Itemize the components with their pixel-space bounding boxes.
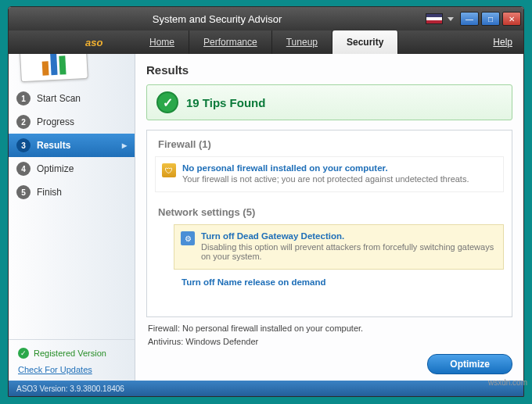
results-scroll-area[interactable]: Firewall (1) 🛡 No personal firewall inst…: [146, 130, 512, 317]
sidebar: 1 Start Scan 2 Progress 3 Results 4 Opti…: [9, 54, 135, 381]
status-antivirus: Antivirus: Windows Defender: [148, 335, 511, 349]
tips-found-banner: ✓ 19 Tips Found: [146, 84, 512, 120]
version-label: ASO3 Version: 3.9.3800.18406: [16, 384, 124, 393]
result-item-desc: Your firewall is not active; you are not…: [182, 174, 495, 184]
step-number-icon: 4: [16, 162, 31, 176]
tab-tuneup[interactable]: Tuneup: [272, 30, 332, 54]
result-item-firewall[interactable]: 🛡 No personal firewall installed on your…: [155, 156, 504, 192]
registered-status: ✓ Registered Version: [18, 348, 125, 359]
language-flag-icon[interactable]: [426, 13, 443, 24]
step-results[interactable]: 3 Results: [9, 134, 135, 157]
body: 1 Start Scan 2 Progress 3 Results 4 Opti…: [9, 54, 523, 381]
shield-icon: 🛡: [162, 163, 176, 177]
section-firewall-header: Firewall (1): [147, 130, 512, 156]
app-logo-icon: [18, 54, 88, 82]
step-number-icon: 2: [16, 115, 31, 129]
step-number-icon: 5: [16, 185, 31, 199]
statusbar: ASO3 Version: 3.9.3800.18406: [9, 381, 523, 396]
result-item-truncated[interactable]: Turn off Name release on demand: [147, 276, 512, 287]
success-check-icon: ✓: [156, 91, 178, 113]
status-summary: Firewall: No personal firewall installed…: [146, 317, 512, 351]
step-number-icon: 1: [16, 91, 31, 105]
tips-found-text: 19 Tips Found: [186, 96, 265, 109]
step-start-scan[interactable]: 1 Start Scan: [9, 87, 135, 110]
window-title: System and Security Advisor: [9, 13, 426, 25]
step-label: Finish: [37, 187, 62, 198]
main-content: Results ✓ 19 Tips Found Firewall (1) 🛡 N…: [135, 54, 523, 381]
app-window: System and Security Advisor — □ ✕ aso Ho…: [8, 6, 524, 397]
step-label: Progress: [37, 116, 74, 127]
step-label: Results: [37, 140, 70, 151]
step-finish[interactable]: 5 Finish: [9, 181, 135, 204]
result-item-title: No personal firewall installed on your c…: [182, 163, 495, 173]
close-button[interactable]: ✕: [502, 12, 521, 26]
result-item-network-gateway[interactable]: ⚙ Turn off Dead Gateway Detection. Disab…: [174, 224, 504, 270]
tab-home[interactable]: Home: [135, 30, 189, 54]
step-number-icon: 3: [16, 138, 31, 152]
titlebar: System and Security Advisor — □ ✕: [9, 7, 523, 30]
registered-label: Registered Version: [34, 349, 106, 358]
page-title: Results: [146, 63, 512, 77]
check-circle-icon: ✓: [18, 348, 29, 359]
step-optimize[interactable]: 4 Optimize: [9, 157, 135, 181]
menubar: aso Home Performance Tuneup Security Hel…: [9, 30, 523, 54]
check-updates-link[interactable]: Check For Updates: [18, 365, 125, 374]
step-label: Start Scan: [37, 93, 81, 104]
brand-label: aso: [9, 30, 135, 54]
step-label: Optimize: [37, 163, 74, 174]
action-bar: Optimize: [146, 351, 512, 376]
section-network-header: Network settings (5): [147, 198, 512, 224]
network-icon: ⚙: [181, 231, 195, 245]
watermark: wsxdn.com: [488, 378, 527, 387]
sidebar-footer: ✓ Registered Version Check For Updates: [9, 339, 135, 381]
minimize-button[interactable]: —: [460, 12, 479, 26]
result-item-title: Turn off Dead Gateway Detection.: [201, 231, 495, 241]
tab-performance[interactable]: Performance: [189, 30, 272, 54]
maximize-button[interactable]: □: [481, 12, 500, 26]
help-link[interactable]: Help: [482, 30, 523, 54]
optimize-button[interactable]: Optimize: [427, 354, 512, 374]
result-item-desc: Disabling this option will prevent attac…: [201, 242, 495, 261]
tab-security[interactable]: Security: [332, 30, 398, 54]
language-dropdown-arrow-icon[interactable]: [448, 17, 454, 21]
status-firewall: Firewall: No personal firewall installed…: [148, 322, 511, 335]
step-progress[interactable]: 2 Progress: [9, 110, 135, 134]
